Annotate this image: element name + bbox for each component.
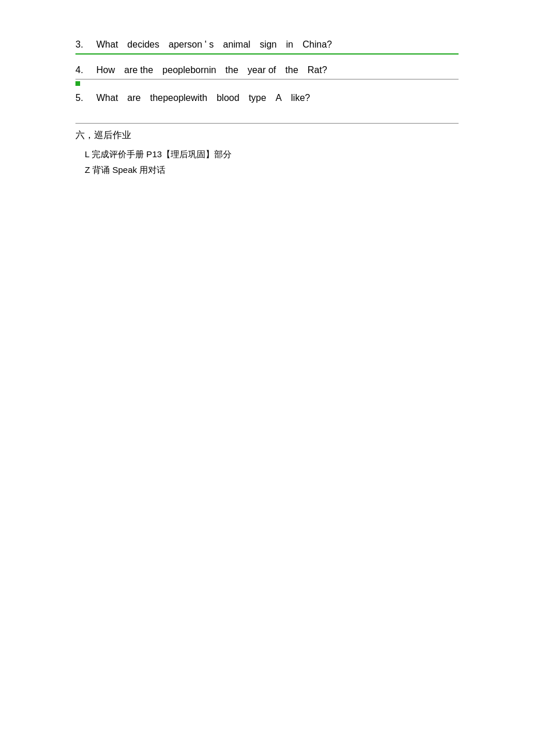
question-4-words: How are the peoplebornin the year of the…: [92, 65, 459, 75]
word-in: in: [282, 39, 298, 50]
word-what-5: What: [92, 93, 122, 103]
word-the: the: [221, 65, 243, 75]
word-are-the: are the: [120, 65, 158, 75]
green-square-indicator: [75, 81, 80, 86]
word-thepeoplewith: thepeoplewith: [145, 93, 212, 103]
question-row-4: 4. How are the peoplebornin the year of …: [75, 60, 459, 78]
questions-section: 3. What decides aperson ' s animal sign …: [75, 35, 459, 106]
word-china: China?: [298, 39, 337, 50]
word-sign: sign: [255, 39, 281, 50]
word-aperson: aperson ' s: [164, 39, 219, 50]
green-underline-3: [75, 53, 459, 55]
word-how: How: [92, 65, 120, 75]
question-number-3: 3.: [75, 39, 92, 50]
question-5-words: What are thepeoplewith blood type A like…: [92, 93, 459, 103]
question-3-words: What decides aperson ' s animal sign in …: [92, 39, 459, 50]
question-row-5: 5. What are thepeoplewith blood type A l…: [75, 88, 459, 106]
word-decides: decides: [122, 39, 164, 50]
homework-item-2: Z 背诵 Speak 用对话: [85, 162, 459, 178]
word-are: are: [122, 93, 145, 103]
word-year-of: year of: [243, 65, 281, 75]
word-a: A: [271, 93, 287, 103]
word-peoplebornin: peoplebornin: [158, 65, 221, 75]
homework-section: 六，巡后作业 L 完成评价手册 P13【理后巩固】部分 Z 背诵 Speak 用…: [75, 123, 459, 178]
word-like: like?: [286, 93, 315, 103]
word-animal: animal: [218, 39, 255, 50]
word-blood: blood: [212, 93, 244, 103]
word-the-2: the: [281, 65, 303, 75]
word-type: type: [244, 93, 270, 103]
homework-title: 六，巡后作业: [75, 129, 459, 142]
question-number-5: 5.: [75, 93, 92, 103]
homework-item-1: L 完成评价手册 P13【理后巩固】部分: [85, 146, 459, 162]
question-number-4: 4.: [75, 65, 92, 75]
gray-underline-4: [75, 79, 459, 79]
word-what-3: What: [92, 39, 122, 50]
question-row-3: 3. What decides aperson ' s animal sign …: [75, 35, 459, 52]
word-rat: Rat?: [303, 65, 332, 75]
